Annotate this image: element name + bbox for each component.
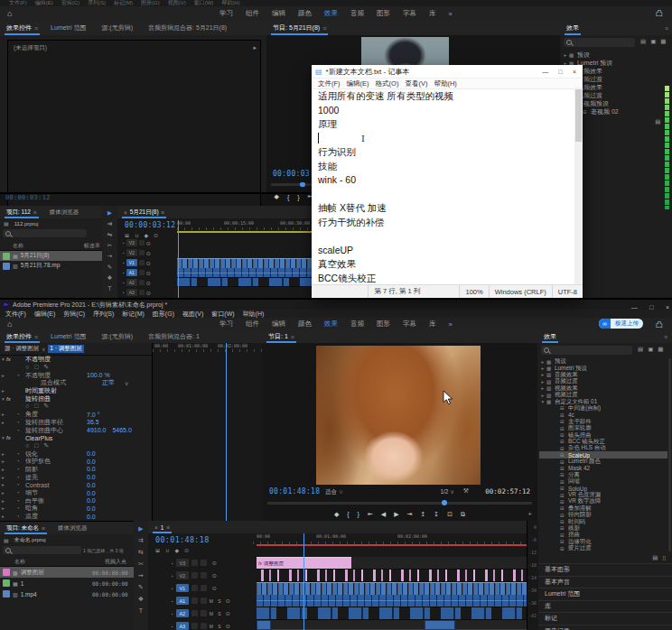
tool-button[interactable]: ❖ — [102, 274, 117, 285]
bin-icon[interactable]: ▦ — [658, 346, 663, 353]
track-header[interactable]: ▪A3⊙ — [119, 288, 177, 297]
eye-icon[interactable]: ⊙ — [212, 560, 217, 566]
eye-icon[interactable]: ⊙ — [146, 250, 151, 256]
track-badge[interactable]: A2 — [126, 279, 137, 286]
project-bin-row[interactable]: ▤ 未命名.prproj — [4, 536, 46, 544]
project-row[interactable]: ▥5月21日.78.mp4 — [0, 261, 102, 271]
tool-button[interactable]: T — [134, 607, 148, 619]
effects-tree-item[interactable]: ⊟图采轮廓 — [539, 425, 667, 431]
twirl-icon[interactable]: ▸ — [539, 366, 546, 371]
effects-tree-item[interactable]: ⊟主干部件 — [539, 419, 667, 425]
workspace-tab[interactable]: 颜色 — [298, 9, 312, 18]
effects-tree-item[interactable]: ⊟径向阴影 — [539, 512, 667, 518]
twirl-icon[interactable]: ▸ — [0, 514, 6, 519]
fx-badge-icon[interactable]: fx — [6, 396, 16, 402]
effects-tree-item[interactable]: ⊟胶片过渡 — [539, 545, 667, 551]
panel-tab[interactable]: 音频剪辑混合器: 5月21日(8) — [146, 21, 231, 35]
twirl-icon[interactable]: ▸ — [0, 451, 6, 457]
menu-item[interactable]: 视图(V) — [182, 310, 203, 319]
timeline-option-icon[interactable]: ◆ — [144, 232, 148, 238]
stopwatch-icon[interactable]: ◔ — [16, 467, 25, 472]
transport-button[interactable]: ⊡ — [447, 511, 453, 518]
stopwatch-icon[interactable]: ◔ — [16, 514, 25, 519]
bin-icon[interactable]: ▤ — [638, 346, 643, 353]
tool-button[interactable]: ✎ — [102, 264, 117, 274]
home-icon[interactable]: ⌂ — [7, 9, 12, 18]
parameter-value[interactable]: 0.0 — [87, 514, 96, 520]
track-badge[interactable]: V1 — [176, 584, 189, 592]
eye-icon[interactable]: ⊙ — [226, 598, 230, 604]
tool-button[interactable]: ✎ — [134, 584, 148, 596]
tool-button[interactable]: ⇉ — [102, 220, 117, 231]
docked-panel-tab[interactable]: 标记 — [537, 612, 672, 625]
new-bin-icon[interactable]: ▤ — [655, 118, 660, 125]
twirl-icon[interactable]: ▸ — [562, 52, 569, 58]
bin-icon[interactable]: ▦ — [660, 38, 666, 45]
stopwatch-icon[interactable]: ◔ — [16, 498, 25, 504]
stopwatch-icon[interactable]: ◔ — [16, 459, 25, 464]
parameter-value[interactable]: 7.0 ° — [87, 412, 99, 418]
track-badge[interactable]: A1 — [126, 269, 137, 276]
eye-icon[interactable]: ⊙ — [226, 610, 230, 616]
track-badge[interactable]: A2 — [176, 609, 189, 617]
effect-parameter-row[interactable]: ◔旋转扭曲中心4910.05465.0 — [0, 426, 152, 434]
workspace-tab[interactable]: 效果 — [324, 320, 338, 329]
parameter-value[interactable]: 0.0 — [87, 466, 96, 472]
stopwatch-icon[interactable]: ◔ — [16, 505, 25, 511]
transport-button[interactable]: { — [287, 194, 289, 200]
track-header[interactable]: ▪A2M S⊙ — [148, 607, 253, 619]
program-scrubber[interactable] — [267, 502, 532, 505]
tool-button[interactable]: ⇉ — [134, 537, 148, 549]
panel-menu-icon[interactable]: ≡ — [664, 334, 667, 340]
eye-icon[interactable]: ⊙ — [146, 240, 151, 246]
workspace-tab[interactable]: 音频 — [350, 320, 364, 329]
track-header[interactable]: ▪A1M S⊙ — [148, 595, 253, 607]
add-button[interactable]: + — [527, 510, 532, 518]
timeline-timecode[interactable]: 00:01:48:18 — [155, 535, 210, 544]
track-header[interactable]: ▪V3⊙ — [148, 557, 253, 569]
effects-tree-item[interactable]: ⊟ScaleUp — [539, 451, 667, 458]
track-toggle[interactable] — [201, 560, 207, 566]
workspace-tab[interactable]: 效果 — [324, 9, 338, 18]
effects-tree-item[interactable]: ⊟叠加溶解 — [539, 505, 667, 512]
notepad-title-bar[interactable]: ▤ *新建文本文档.txt - 记事本 — □ × — [312, 65, 583, 79]
lock-icon[interactable]: ▪ — [123, 290, 125, 295]
docked-panel-tab[interactable]: 基本图形 — [537, 563, 672, 576]
menu-item[interactable]: 编辑(E) — [34, 310, 55, 319]
timeline-option-icon[interactable]: ⊙ — [184, 547, 189, 553]
menu-item[interactable]: 标记(M) — [114, 0, 133, 6]
bin-icon[interactable]: ▣ — [648, 346, 653, 353]
timeline-timecode[interactable]: 00:00:03:12 — [125, 221, 175, 229]
twirl-icon[interactable]: ▸ — [0, 467, 6, 472]
parameter-value[interactable]: 0.0 — [87, 505, 96, 512]
docked-panel-tab[interactable]: 库 — [537, 600, 672, 613]
tool-button[interactable]: ⇆ — [134, 549, 148, 561]
track-toggle[interactable] — [191, 623, 198, 629]
track-badge[interactable]: A1 — [176, 597, 189, 605]
lock-icon[interactable]: ▪ — [172, 561, 173, 566]
tool-button[interactable]: ▶ — [102, 209, 117, 220]
panel-tab[interactable]: 效果控件≡ — [5, 330, 40, 343]
stopwatch-icon[interactable]: ◔ — [16, 373, 25, 378]
track-badge[interactable]: V3 — [126, 239, 137, 246]
notepad-scrollbar[interactable] — [574, 88, 583, 285]
track-header[interactable]: ▪V1⊙ — [148, 582, 253, 594]
transport-button[interactable]: } — [358, 511, 359, 517]
workspace-tab[interactable]: 学习 — [219, 9, 233, 18]
lock-icon[interactable]: ▪ — [172, 586, 173, 591]
workspace-tab[interactable]: 编辑 — [272, 320, 285, 329]
effects-search-input[interactable] — [564, 38, 635, 47]
transport-button[interactable]: ◀ — [381, 511, 386, 518]
twirl-icon[interactable]: ▸ — [539, 359, 546, 365]
track-badge[interactable]: A3 — [176, 622, 189, 630]
project-row[interactable]: ▩调整图层00:00:00:00 — [0, 567, 134, 578]
track-header[interactable]: ▪A1⊙ — [119, 268, 177, 277]
timeline-ruler[interactable]: 00:0000:01:00:0000:02:00:00 — [253, 533, 530, 544]
media-browser-tab[interactable]: 媒体浏览器 — [56, 522, 89, 534]
track-toggle[interactable] — [201, 598, 207, 604]
eye-icon[interactable]: ⊙ — [212, 572, 217, 579]
stopwatch-icon[interactable]: ◔ — [16, 451, 25, 457]
panel-menu-icon[interactable]: ≡ — [665, 25, 668, 32]
menu-item[interactable]: 文件(F) — [9, 0, 27, 6]
track-badge[interactable]: V1 — [126, 259, 137, 266]
